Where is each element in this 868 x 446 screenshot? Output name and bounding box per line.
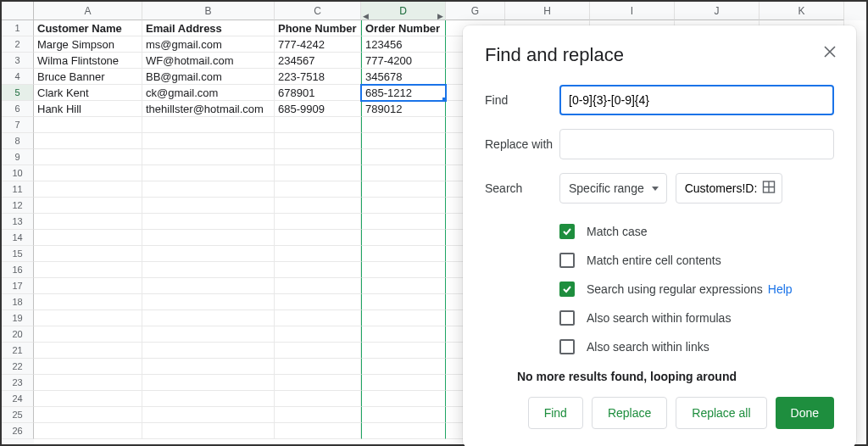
column-header-C[interactable]: C [275,2,361,20]
replace-button[interactable]: Replace [592,397,667,429]
cell-A26[interactable] [34,423,142,439]
cell-A15[interactable] [34,246,142,262]
done-button[interactable]: Done [776,397,834,429]
cell-D7[interactable] [361,117,446,133]
cell-A16[interactable] [34,262,142,278]
cell-D2[interactable]: 123456 [361,36,446,53]
cell-D20[interactable] [361,326,446,343]
match-case-checkbox[interactable]: Match case [559,217,834,246]
cell-C22[interactable] [275,359,361,375]
cell-C25[interactable] [275,407,361,423]
cell-A19[interactable] [34,310,142,326]
cell-D19[interactable] [361,310,446,326]
cell-C3[interactable]: 234567 [275,53,361,69]
cell-A22[interactable] [34,359,142,375]
row-header-10[interactable]: 10 [2,165,34,181]
cell-A24[interactable] [34,391,142,407]
cell-B21[interactable] [142,343,275,359]
cell-A5[interactable]: Clark Kent [34,85,142,101]
cell-C12[interactable] [275,198,361,214]
row-header-13[interactable]: 13 [2,214,34,230]
cell-D9[interactable] [361,149,446,165]
cell-A23[interactable] [34,375,142,391]
formulas-checkbox[interactable]: Also search within formulas [559,304,834,332]
cell-A3[interactable]: Wilma Flintstone [34,53,142,69]
cell-C26[interactable] [275,423,361,439]
cell-D3[interactable]: 777-4200 [361,53,446,69]
cell-C7[interactable] [275,117,361,133]
cell-A4[interactable]: Bruce Banner [34,69,142,85]
cell-B2[interactable]: ms@gmail.com [142,36,275,53]
row-header-26[interactable]: 26 [2,423,34,439]
cell-B14[interactable] [142,230,275,246]
close-icon[interactable] [821,42,839,61]
replace-all-button[interactable]: Replace all [676,397,766,429]
cell-C16[interactable] [275,262,361,278]
cell-B24[interactable] [142,391,275,407]
row-header-9[interactable]: 9 [2,149,34,165]
cell-A2[interactable]: Marge Simpson [34,36,142,53]
cell-A6[interactable]: Hank Hill [34,101,142,117]
cell-D21[interactable] [361,343,446,359]
cell-B23[interactable] [142,375,275,391]
row-header-12[interactable]: 12 [2,198,34,214]
cell-D8[interactable] [361,133,446,149]
cell-D22[interactable] [361,359,446,375]
cell-A18[interactable] [34,294,142,310]
cell-C8[interactable] [275,133,361,149]
row-header-24[interactable]: 24 [2,391,34,407]
cell-D11[interactable] [361,181,446,198]
cell-D23[interactable] [361,375,446,391]
cell-B4[interactable]: BB@gmail.com [142,69,275,85]
cell-C1[interactable]: Phone Number [275,20,361,36]
cell-A7[interactable] [34,117,142,133]
cell-A21[interactable] [34,343,142,359]
cell-C20[interactable] [275,326,361,343]
cell-B8[interactable] [142,133,275,149]
cell-D5[interactable]: 685-1212 [361,85,446,101]
row-header-5[interactable]: 5 [2,85,34,101]
row-header-18[interactable]: 18 [2,294,34,310]
row-header-15[interactable]: 15 [2,246,34,262]
row-header-8[interactable]: 8 [2,133,34,149]
column-header-H[interactable]: H [505,2,590,20]
cell-B12[interactable] [142,198,275,214]
cell-B11[interactable] [142,181,275,198]
cell-A1[interactable]: Customer Name [34,20,142,36]
cell-B7[interactable] [142,117,275,133]
cell-D25[interactable] [361,407,446,423]
cell-C15[interactable] [275,246,361,262]
links-checkbox[interactable]: Also search within links [559,332,834,361]
cell-D14[interactable] [361,230,446,246]
cell-C18[interactable] [275,294,361,310]
cell-A20[interactable] [34,326,142,343]
row-header-16[interactable]: 16 [2,262,34,278]
cell-B6[interactable]: thehillster@hotmail.com [142,101,275,117]
cell-B5[interactable]: ck@gmail.com [142,85,275,101]
cell-B3[interactable]: WF@hotmail.com [142,53,275,69]
column-header-D[interactable]: D◀▶ [361,2,446,20]
cell-C5[interactable]: 678901 [275,85,361,101]
cell-C2[interactable]: 777-4242 [275,36,361,53]
cell-B9[interactable] [142,149,275,165]
cell-D16[interactable] [361,262,446,278]
cell-D4[interactable]: 345678 [361,69,446,85]
cell-A13[interactable] [34,214,142,230]
column-header-K[interactable]: K [760,2,844,20]
cell-C17[interactable] [275,278,361,294]
cell-A25[interactable] [34,407,142,423]
row-header-23[interactable]: 23 [2,375,34,391]
cell-B25[interactable] [142,407,275,423]
find-button[interactable]: Find [528,397,583,429]
cell-A17[interactable] [34,278,142,294]
regex-checkbox[interactable]: Search using regular expressions Help [559,275,834,304]
cell-C10[interactable] [275,165,361,181]
cell-C13[interactable] [275,214,361,230]
row-header-14[interactable]: 14 [2,230,34,246]
cell-C19[interactable] [275,310,361,326]
row-header-25[interactable]: 25 [2,407,34,423]
entire-cell-checkbox[interactable]: Match entire cell contents [559,246,834,275]
cell-B15[interactable] [142,246,275,262]
find-input[interactable] [559,85,834,115]
row-header-17[interactable]: 17 [2,278,34,294]
